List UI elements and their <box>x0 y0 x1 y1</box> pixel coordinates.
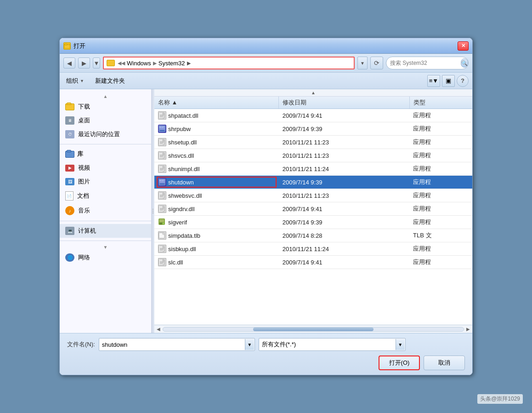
h-scroll-right-button[interactable]: ▶ <box>465 327 471 332</box>
divider-3 <box>60 241 151 241</box>
table-row[interactable]: shunimpl.dll2010/11/21 11:24应用程 <box>154 162 472 176</box>
file-name-cell: shsetup.dll <box>154 136 279 149</box>
toolbar-right: ≡▼ ▣ ? <box>427 75 469 87</box>
col-header-modified[interactable]: 修改日期 <box>279 97 409 109</box>
table-row[interactable]: shsvcs.dll2010/11/21 11:23应用程 <box>154 149 472 162</box>
sidebar-computer-label: 计算机 <box>78 227 96 235</box>
filename-label: 文件名(N): <box>67 340 95 349</box>
window-title: 打开 <box>74 42 85 50</box>
dll-icon <box>158 205 166 213</box>
music-icon: ♪ <box>65 206 74 215</box>
dll-icon <box>158 138 166 146</box>
file-name-cell: sigverif <box>154 216 279 229</box>
layout-icon: ▣ <box>446 77 451 84</box>
sidebar-item-network[interactable]: 🌐 网络 <box>60 251 151 264</box>
filename-dropdown-arrow[interactable]: ▼ <box>245 339 254 350</box>
view-mode-button[interactable]: ≡▼ <box>427 75 440 87</box>
h-scroll-left-button[interactable]: ◀ <box>155 327 162 332</box>
table-row[interactable]: shpatact.dll2009/7/14 9:41应用程 <box>154 109 472 122</box>
address-dropdown-button[interactable]: ▼ <box>357 57 368 69</box>
table-row[interactable]: sisbkup.dll2010/11/21 11:24应用程 <box>154 242 472 256</box>
col-header-name[interactable]: 名称 ▲ <box>154 97 279 109</box>
layout-button[interactable]: ▣ <box>442 75 455 87</box>
file-name-cell: signdrv.dll <box>154 202 279 216</box>
file-name-cell: simpdata.tlb <box>154 229 279 242</box>
file-modified-cell: 2010/11/21 11:24 <box>279 162 409 176</box>
file-name-cell: shwebsvc.dll <box>154 189 279 202</box>
svg-rect-64 <box>159 259 163 265</box>
sidebar-item-desktop[interactable]: 🖥 桌面 <box>60 114 151 127</box>
svg-rect-11 <box>160 130 164 131</box>
svg-rect-22 <box>159 153 163 158</box>
filename-row: 文件名(N): ▼ ▼ <box>67 338 465 351</box>
breadcrumb-windows[interactable]: Windows <box>127 60 151 67</box>
back-button[interactable]: ◀ <box>63 57 75 69</box>
table-row[interactable]: shrpubw2009/7/14 9:39应用程 <box>154 122 472 136</box>
file-name-text: shutdown <box>168 179 194 186</box>
file-cell-name-div: shunimpl.dll <box>158 165 275 173</box>
table-row[interactable]: signdrv.dll2009/7/14 9:41应用程 <box>154 202 472 216</box>
help-button[interactable]: ? <box>457 75 469 87</box>
new-folder-button[interactable]: 新建文件夹 <box>92 75 128 86</box>
cancel-button[interactable]: 取消 <box>424 356 465 370</box>
svg-rect-38 <box>161 181 164 181</box>
filetype-dropdown-arrow[interactable]: ▼ <box>396 339 405 350</box>
view-icon: ≡▼ <box>429 77 438 84</box>
filename-input-wrapper: ▼ <box>99 338 255 351</box>
sidebar-documents-label: 文档 <box>77 192 89 200</box>
sidebar-item-pictures[interactable]: 🖼 图片 <box>60 175 151 189</box>
dialog-window: 打开 ✕ ◀ ▶ ▼ ◀◀ Windows ▶ System32 ▶ ▼ ⟳ 🔍… <box>59 38 473 375</box>
sidebar-item-videos[interactable]: ▶ 视频 <box>60 161 151 175</box>
table-row[interactable]: simpdata.tlb2009/7/14 8:28TLB 文 <box>154 229 472 242</box>
h-scroll-thumb[interactable] <box>253 327 374 331</box>
sidebar-item-downloads[interactable]: 下载 <box>60 100 151 114</box>
sidebar-item-recent[interactable]: ⏱ 最近访问的位置 <box>60 127 151 141</box>
file-modified-cell: 2010/11/21 11:23 <box>279 189 409 202</box>
forward-button[interactable]: ▶ <box>78 57 90 69</box>
organize-button[interactable]: 组织 ▼ <box>63 75 87 86</box>
open-button[interactable]: 打开(O) <box>379 356 420 370</box>
address-breadcrumb[interactable]: ◀◀ Windows ▶ System32 ▶ <box>103 57 355 69</box>
table-row[interactable]: slc.dll2009/7/14 9:41应用程 <box>154 256 472 269</box>
sidebar-library-section[interactable]: 库 <box>60 147 151 161</box>
file-name-text: shrpubw <box>168 126 191 132</box>
dll-icon <box>158 258 166 266</box>
svg-rect-2 <box>65 44 67 45</box>
new-folder-label: 新建文件夹 <box>95 77 125 85</box>
resize-dot-3 <box>153 212 153 213</box>
shutdown-cell-name: shutdown <box>158 178 275 186</box>
file-list-with-scrollbar: 名称 ▲ 修改日期 类型 shpatact.dl <box>154 97 472 325</box>
app2-icon <box>158 218 166 226</box>
sidebar-item-computer[interactable]: 💻 计算机 <box>60 224 151 238</box>
table-row[interactable]: shsetup.dll2010/11/21 11:23应用程 <box>154 136 472 149</box>
filename-input[interactable] <box>99 338 255 351</box>
left-panel-scroll-up[interactable]: ▲ <box>60 93 151 100</box>
breadcrumb-system32[interactable]: System32 <box>158 60 185 67</box>
file-table-wrapper: 名称 ▲ 修改日期 类型 shpatact.dl <box>154 97 472 325</box>
filetype-input[interactable] <box>259 338 406 351</box>
image-icon: 🖼 <box>65 178 74 185</box>
refresh-button[interactable]: ⟳ <box>370 57 383 69</box>
table-row[interactable]: sigverif2009/7/14 9:39应用程 <box>154 216 472 229</box>
left-panel-scroll-down[interactable]: ▼ <box>60 244 151 251</box>
sidebar-item-music[interactable]: ♪ 音乐 <box>60 203 151 218</box>
file-name-cell: slc.dll <box>154 256 279 269</box>
sidebar-desktop-label: 桌面 <box>78 116 90 125</box>
dll-icon <box>158 245 166 253</box>
file-type-cell: 应用程 <box>409 202 472 216</box>
sidebar-videos-label: 视频 <box>78 164 90 172</box>
search-input[interactable] <box>390 60 459 66</box>
network-icon: 🌐 <box>65 253 74 262</box>
file-name-cell: shunimpl.dll <box>154 162 279 176</box>
svg-rect-28 <box>159 166 163 172</box>
recent-icon: ⏱ <box>65 130 74 138</box>
search-button[interactable]: 🔍 <box>461 58 468 68</box>
col-header-type[interactable]: 类型 <box>409 97 472 109</box>
table-row[interactable]: shwebsvc.dll2010/11/21 11:23应用程 <box>154 189 472 202</box>
file-list-scroll-up-indicator[interactable]: ▲ <box>154 89 472 97</box>
close-button[interactable]: ✕ <box>458 41 469 51</box>
dropdown-arrow-button[interactable]: ▼ <box>93 57 100 69</box>
table-row[interactable]: shutdown2009/7/14 9:39应用程 <box>154 176 472 189</box>
file-modified-cell: 2009/7/14 9:39 <box>279 122 409 136</box>
sidebar-item-documents[interactable]: 📄 文档 <box>60 189 151 203</box>
